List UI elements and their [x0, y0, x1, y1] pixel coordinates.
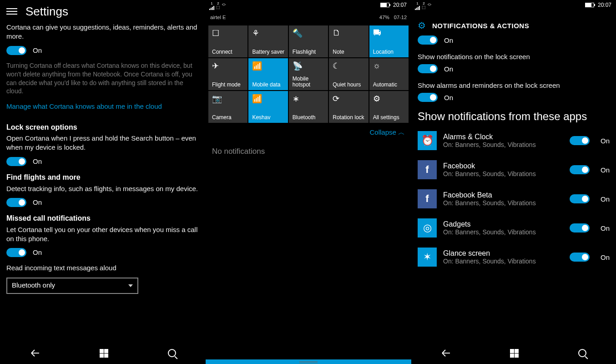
location-icon: ⛟ — [373, 28, 381, 38]
app-name: Alarms & Clock — [443, 133, 570, 141]
gadgets-icon: ◎ — [418, 218, 437, 238]
wifi-icon: 📶 — [252, 94, 262, 104]
quick-tile-bluetooth[interactable]: ∗Bluetooth — [289, 91, 328, 123]
app-toggle-state: On — [601, 137, 610, 145]
search-icon[interactable] — [578, 349, 586, 357]
tile-label: Note — [333, 49, 366, 55]
flights-toggle[interactable] — [6, 198, 26, 207]
app-name: Gadgets — [443, 220, 570, 228]
lock-screen-desc: Open Cortana when I press and hold the S… — [6, 134, 199, 152]
read-aloud-value: Bluetooth only — [12, 281, 55, 290]
tile-label: Bluetooth — [293, 115, 326, 121]
app-sub: On: Banners, Sounds, Vibrations — [443, 170, 570, 177]
lock-screen-toggle[interactable] — [6, 157, 26, 166]
quick-tile-quiet-hours[interactable]: ☾Quiet hours — [329, 58, 368, 90]
missed-call-toggle[interactable] — [6, 248, 26, 257]
app-name: Glance screen — [443, 249, 570, 258]
collapse-button[interactable]: Collapse ︿ — [206, 124, 411, 137]
app-row-facebook-beta[interactable]: fFacebook BetaOn: Banners, Sounds, Vibra… — [418, 189, 610, 208]
app-name: Facebook Beta — [443, 191, 570, 199]
manage-cloud-link[interactable]: Manage what Cortana knows about me in th… — [6, 102, 199, 111]
app-toggle[interactable] — [570, 165, 590, 174]
app-row-facebook[interactable]: fFacebookOn: Banners, Sounds, Vibrations… — [418, 160, 610, 179]
tile-label: Mobile hotspot — [293, 76, 326, 88]
cortana-toggle[interactable] — [6, 46, 26, 55]
hotspot-icon: 📡 — [293, 61, 303, 71]
quick-tile-flight-mode[interactable]: ✈Flight mode — [208, 58, 247, 90]
search-icon[interactable] — [168, 349, 176, 357]
quick-tile-camera[interactable]: 📷Camera — [208, 91, 247, 123]
status-bar: 1 2⬚ ⌔ 20:07 — [411, 0, 616, 15]
chevron-down-icon — [128, 284, 133, 287]
quick-tile-location[interactable]: ⛟Location — [369, 25, 409, 57]
tile-label: Location — [373, 49, 407, 55]
app-toggle[interactable] — [570, 194, 590, 203]
page-title: Settings — [25, 5, 68, 19]
app-name: Facebook — [443, 162, 570, 170]
quick-tile-flashlight[interactable]: 🔦Flashlight — [289, 25, 328, 57]
app-toggle[interactable] — [570, 253, 590, 262]
windows-icon[interactable] — [510, 349, 519, 358]
status-bar: 1 2⬚ ⌔ 20:07 — [206, 0, 411, 15]
battery-icon — [380, 3, 389, 7]
drag-handle-icon[interactable] — [299, 361, 318, 363]
read-aloud-label: Read incoming text messages aloud — [6, 263, 199, 273]
back-icon[interactable] — [441, 349, 451, 357]
quick-tile-automatic[interactable]: ☼Automatic — [369, 58, 409, 90]
notifications-settings-panel: 1 2⬚ ⌔ 20:07 ⚙ NOTIFICATIONS & ACTIONS O… — [411, 0, 616, 364]
app-row-glance-screen[interactable]: ✶Glance screenOn: Banners, Sounds, Vibra… — [418, 248, 610, 267]
glance-icon: ✶ — [418, 248, 437, 267]
quick-tile-mobile-hotspot[interactable]: 📡Mobile hotspot — [289, 58, 328, 90]
chevron-up-icon: ︿ — [398, 128, 405, 136]
read-aloud-select[interactable]: Bluetooth only — [6, 278, 138, 294]
alarms-icon: ⏰ — [418, 131, 437, 150]
app-row-gadgets[interactable]: ◎GadgetsOn: Banners, Sounds, VibrationsO… — [418, 218, 610, 238]
tile-label: Flight mode — [212, 82, 246, 88]
flights-desc: Detect tracking info, such as flights, i… — [6, 184, 199, 193]
app-toggle[interactable] — [570, 223, 590, 233]
quick-tile-mobile-data[interactable]: 📶Mobile data — [248, 58, 288, 90]
status-time: 20:07 — [598, 2, 611, 8]
app-row-alarms-clock[interactable]: ⏰Alarms & ClockOn: Banners, Sounds, Vibr… — [418, 131, 610, 150]
gear-icon: ⚙ — [418, 20, 426, 31]
facebook-beta-icon: f — [418, 189, 437, 208]
svg-line-4 — [442, 350, 445, 353]
bluetooth-icon: ∗ — [293, 94, 299, 104]
lockscreen-notif-toggle[interactable] — [418, 64, 438, 73]
alarms-lockscreen-toggle[interactable] — [418, 93, 438, 102]
app-sub: On: Banners, Sounds, Vibrations — [443, 199, 570, 207]
status-date: 07-12 — [394, 15, 407, 20]
cortana-toggle-label: On — [33, 46, 42, 55]
quick-tile-keshav[interactable]: 📶Keshav — [248, 91, 288, 123]
menu-icon[interactable] — [6, 6, 17, 16]
brightness-icon: ☼ — [373, 61, 381, 71]
app-toggle-state: On — [601, 253, 610, 261]
facebook-icon: f — [418, 160, 437, 179]
tile-label: Quiet hours — [333, 82, 366, 88]
quick-tile-note[interactable]: 🗋Note — [329, 25, 368, 57]
flights-title: Find flights and more — [6, 172, 199, 182]
action-center-panel: 1 2⬚ ⌔ 20:07 airtel E 47% 07-12 ☐Connect… — [206, 0, 411, 364]
lockscreen-notif-label: Show notifications on the lock screen — [418, 53, 610, 61]
lock-screen-state: On — [33, 157, 42, 166]
lockscreen-notif-state: On — [444, 65, 453, 73]
svg-line-1 — [31, 350, 35, 353]
flight-mode-icon: ✈ — [212, 61, 219, 71]
flashlight-icon: 🔦 — [293, 28, 303, 38]
battery-icon — [585, 3, 594, 7]
quick-tile-rotation-lock[interactable]: ⟳Rotation lock — [329, 91, 368, 123]
windows-icon[interactable] — [100, 349, 108, 358]
tile-label: Flashlight — [293, 49, 326, 55]
quick-tile-all-settings[interactable]: ⚙All settings — [369, 91, 409, 123]
back-icon[interactable] — [30, 349, 40, 357]
status-time: 20:07 — [393, 2, 407, 8]
tile-label: Connect — [212, 49, 246, 55]
quick-tile-connect[interactable]: ☐Connect — [208, 25, 247, 57]
app-toggle[interactable] — [570, 136, 590, 145]
notifications-master-state: On — [444, 36, 453, 44]
note-icon: 🗋 — [333, 28, 341, 38]
quick-tile-battery-saver[interactable]: ⚘Battery saver — [248, 25, 288, 57]
connect-icon: ☐ — [212, 28, 219, 38]
notifications-master-toggle[interactable] — [418, 35, 438, 45]
tile-label: Automatic — [373, 82, 407, 88]
